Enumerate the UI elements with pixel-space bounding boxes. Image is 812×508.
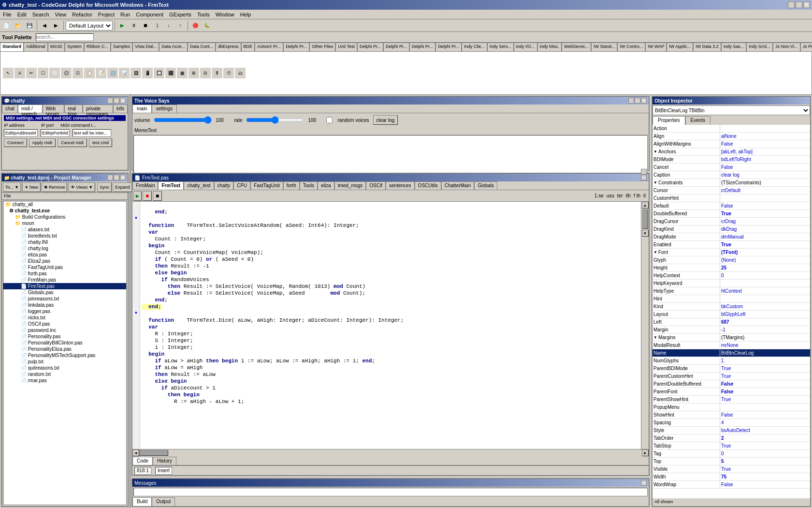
inspector-prop-top[interactable]: Top 5 bbox=[652, 458, 810, 465]
tab-chat[interactable]: chat bbox=[2, 105, 18, 113]
tab-oscif[interactable]: OSCif bbox=[366, 181, 386, 190]
open-btn[interactable]: 📂 bbox=[13, 20, 23, 31]
inspector-prop-anchors[interactable]: ▼Anchors [akLeft, akTop] bbox=[652, 148, 810, 156]
views-button[interactable]: 👁 Views ▼ bbox=[68, 182, 95, 192]
palette-tab-dataaccess[interactable]: Data Acce... bbox=[159, 43, 188, 51]
palette-tab-jxnonvis[interactable]: Jx Non-Vi... bbox=[773, 43, 800, 51]
prop-val-hint[interactable] bbox=[720, 295, 810, 302]
layout-dropdown[interactable]: Default Layout bbox=[66, 21, 113, 30]
prop-val-taborder[interactable]: 2 bbox=[720, 434, 810, 442]
tab-real-time[interactable]: real time bbox=[64, 105, 83, 113]
save-btn[interactable]: 💾 bbox=[24, 20, 35, 31]
palette-tab-standard[interactable]: Standard bbox=[0, 43, 24, 51]
menu-edit[interactable]: Edit bbox=[14, 11, 29, 18]
tab-frmtext[interactable]: FrmText bbox=[158, 181, 184, 190]
messages-close[interactable]: ✕ bbox=[641, 480, 647, 486]
connect-button[interactable]: Connect bbox=[4, 138, 27, 147]
prop-val-wordwrap[interactable]: False bbox=[720, 481, 810, 488]
prop-val-top[interactable]: 5 bbox=[720, 458, 810, 465]
tree-frmmain[interactable]: 📄 FrmMain.pas bbox=[3, 277, 126, 283]
prop-val-popupmenu[interactable] bbox=[720, 403, 810, 411]
inspector-prop-font[interactable]: ▼Font (TFont) bbox=[652, 249, 810, 256]
chatty-close[interactable]: ✕ bbox=[120, 98, 126, 104]
prop-val-kind[interactable]: bkCustom bbox=[720, 303, 810, 310]
palette-icon-6[interactable]: ☑ bbox=[72, 68, 83, 78]
palette-tab-bde[interactable]: BDE bbox=[241, 43, 255, 51]
palette-tab-iwdata[interactable]: IW Data 3.2 bbox=[693, 43, 721, 51]
prop-val-numglyphs[interactable]: 1 bbox=[720, 357, 810, 364]
menu-gexperts[interactable]: GExperts bbox=[166, 11, 194, 18]
pause-btn[interactable]: ⏸ bbox=[129, 20, 139, 31]
chatty-restore[interactable]: □ bbox=[114, 98, 119, 104]
inspector-prop-parentfont[interactable]: ParentFont False bbox=[652, 388, 810, 396]
tab-fasttagunit[interactable]: FastTagUnit bbox=[250, 181, 283, 190]
step-over-btn[interactable]: ⤵ bbox=[152, 20, 162, 31]
prop-val-cancel[interactable]: False bbox=[720, 164, 810, 171]
new-button[interactable]: ✦ New bbox=[22, 182, 41, 192]
tree-quitreasons[interactable]: 📄 quitreasons.txt bbox=[3, 365, 126, 371]
expand-button[interactable]: Expand bbox=[113, 182, 132, 192]
tab-chattermain[interactable]: ChatterMain bbox=[441, 181, 474, 190]
editor-minimize[interactable]: _ bbox=[641, 169, 647, 175]
prop-val-parentdoublebuffered[interactable]: False bbox=[720, 380, 810, 388]
tree-nicks[interactable]: 📄 nicks.txt bbox=[3, 314, 126, 321]
palette-tab-indyserver[interactable]: Indy Serv... bbox=[487, 43, 514, 51]
project-tree[interactable]: 📁 chatty_all ⚙ chatty_test.exe 📁 Build C… bbox=[3, 201, 127, 505]
prop-val-tabstop[interactable]: True bbox=[720, 442, 810, 449]
ip-address-input[interactable] bbox=[4, 129, 38, 137]
editor-stop-btn[interactable]: ⏹ bbox=[153, 191, 162, 201]
prop-val-dragcursor[interactable]: crDrag bbox=[720, 218, 810, 225]
tab-chatty-test[interactable]: chatty_test bbox=[184, 181, 214, 190]
inspector-prop-margin[interactable]: Margin -1 bbox=[652, 326, 810, 334]
inspector-prop-caption[interactable]: Caption clear log bbox=[652, 171, 810, 179]
tab-cpu[interactable]: CPU bbox=[233, 181, 250, 190]
inspector-prop-dragkind[interactable]: DragKind dkDrag bbox=[652, 225, 810, 233]
tab-forth[interactable]: forth bbox=[283, 181, 300, 190]
voice-restore[interactable]: □ bbox=[635, 98, 640, 104]
inspector-prop-hint[interactable]: Hint bbox=[652, 295, 810, 303]
ip-port-input[interactable] bbox=[41, 129, 70, 137]
prop-val-height[interactable]: 25 bbox=[720, 264, 810, 271]
voice-close[interactable]: ✕ bbox=[641, 98, 647, 104]
tab-chatty[interactable]: chatty bbox=[214, 181, 234, 190]
inspector-prop-cancel[interactable]: Cancel False bbox=[652, 164, 810, 171]
tab-output[interactable]: Output bbox=[152, 497, 175, 506]
palette-icon-17[interactable]: ⊟ bbox=[200, 68, 211, 78]
inspector-prop-margins[interactable]: ▼Margins (TMargins) bbox=[652, 334, 810, 342]
menu-file[interactable]: File bbox=[0, 11, 14, 18]
voice-minimize[interactable]: _ bbox=[628, 98, 634, 104]
inspector-prop-helpkeyword[interactable]: HelpKeyword bbox=[652, 280, 810, 287]
inspector-object-dropdown[interactable]: BitBtnClearLog TBitBtn bbox=[652, 105, 810, 115]
palette-tab-ribbon[interactable]: Ribbon C... bbox=[84, 43, 111, 51]
inspector-prop-helptype[interactable]: HelpType htContext bbox=[652, 287, 810, 295]
prop-val-parentbdimode[interactable]: True bbox=[720, 365, 810, 372]
palette-tab-win32[interactable]: Win32 bbox=[48, 43, 65, 51]
palette-tab-indymisc[interactable]: Indy Misc. bbox=[537, 43, 562, 51]
scroll-h-thumb[interactable] bbox=[139, 450, 168, 456]
inspector-prop-popupmenu[interactable]: PopupMenu bbox=[652, 403, 810, 411]
inspector-prop-enabled[interactable]: Enabled True bbox=[652, 241, 810, 249]
palette-tab-datacont[interactable]: Data Cont... bbox=[188, 43, 216, 51]
prop-val-width[interactable]: 75 bbox=[720, 473, 810, 480]
tree-joinreasons[interactable]: 📄 joinreasons.txt bbox=[3, 296, 126, 302]
inspector-prop-width[interactable]: Width 75 bbox=[652, 473, 810, 481]
prop-val-cursor[interactable]: crDefault bbox=[720, 187, 810, 194]
close-button[interactable]: ✕ bbox=[803, 1, 810, 8]
toggle-breakpoint-btn[interactable]: 🔴 bbox=[190, 20, 201, 31]
fwd-btn[interactable]: ▶ bbox=[51, 20, 61, 31]
back-btn[interactable]: ◀ bbox=[39, 20, 50, 31]
palette-tab-delphi5[interactable]: Delphi Pr... bbox=[435, 43, 462, 51]
prop-val-align[interactable]: alNone bbox=[720, 133, 810, 140]
palette-tab-additional[interactable]: Additional bbox=[24, 43, 48, 51]
tree-pulp[interactable]: 📄 pulp.txt bbox=[3, 359, 126, 365]
volume-slider[interactable] bbox=[154, 117, 212, 123]
inspector-prop-visible[interactable]: Visible True bbox=[652, 465, 810, 473]
inspector-prop-bdimode[interactable]: BDIMode bdLeftToRight bbox=[652, 156, 810, 164]
palette-icon-8[interactable]: 📝 bbox=[96, 68, 106, 78]
tree-build-configurations[interactable]: 📁 Build Configurations bbox=[3, 214, 126, 220]
inspector-prop-customhint[interactable]: CustomHint bbox=[652, 194, 810, 202]
tree-logger[interactable]: 📄 logger.pas bbox=[3, 308, 126, 314]
editor-run-btn[interactable]: ▶ bbox=[133, 191, 142, 201]
palette-icon-9[interactable]: 🔢 bbox=[107, 68, 118, 78]
prop-val-tag[interactable]: 0 bbox=[720, 450, 810, 457]
